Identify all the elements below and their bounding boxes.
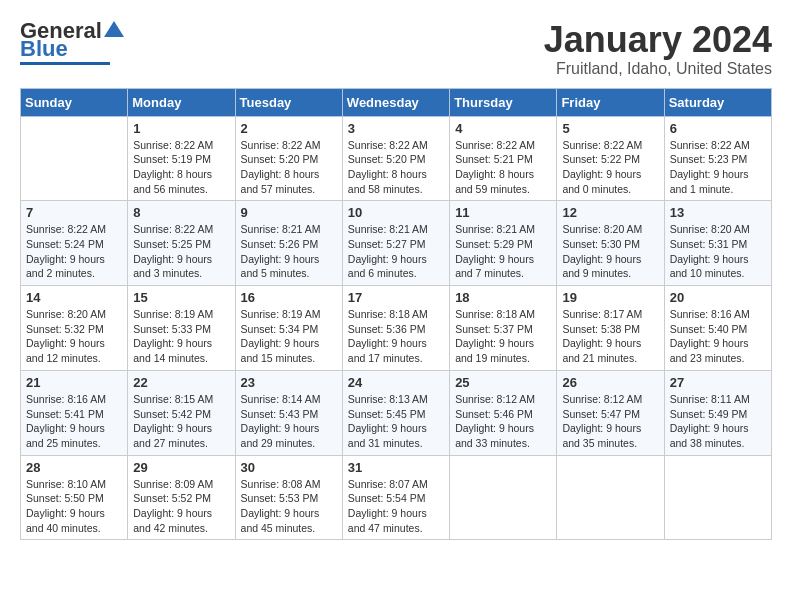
- calendar-cell: [557, 455, 664, 540]
- calendar-cell: 29Sunrise: 8:09 AM Sunset: 5:52 PM Dayli…: [128, 455, 235, 540]
- day-info: Sunrise: 8:22 AM Sunset: 5:22 PM Dayligh…: [562, 138, 658, 197]
- day-info: Sunrise: 8:07 AM Sunset: 5:54 PM Dayligh…: [348, 477, 444, 536]
- calendar-cell: 31Sunrise: 8:07 AM Sunset: 5:54 PM Dayli…: [342, 455, 449, 540]
- day-info: Sunrise: 8:11 AM Sunset: 5:49 PM Dayligh…: [670, 392, 766, 451]
- calendar-subtitle: Fruitland, Idaho, United States: [544, 60, 772, 78]
- week-row-3: 14Sunrise: 8:20 AM Sunset: 5:32 PM Dayli…: [21, 286, 772, 371]
- day-number: 14: [26, 290, 122, 305]
- column-header-monday: Monday: [128, 88, 235, 116]
- day-info: Sunrise: 8:16 AM Sunset: 5:40 PM Dayligh…: [670, 307, 766, 366]
- calendar-cell: [664, 455, 771, 540]
- day-number: 21: [26, 375, 122, 390]
- day-number: 13: [670, 205, 766, 220]
- day-number: 6: [670, 121, 766, 136]
- day-number: 17: [348, 290, 444, 305]
- day-info: Sunrise: 8:21 AM Sunset: 5:26 PM Dayligh…: [241, 222, 337, 281]
- day-number: 31: [348, 460, 444, 475]
- calendar-cell: 1Sunrise: 8:22 AM Sunset: 5:19 PM Daylig…: [128, 116, 235, 201]
- day-number: 29: [133, 460, 229, 475]
- day-number: 3: [348, 121, 444, 136]
- day-number: 15: [133, 290, 229, 305]
- column-header-thursday: Thursday: [450, 88, 557, 116]
- calendar-cell: 26Sunrise: 8:12 AM Sunset: 5:47 PM Dayli…: [557, 370, 664, 455]
- calendar-table: SundayMondayTuesdayWednesdayThursdayFrid…: [20, 88, 772, 541]
- day-number: 20: [670, 290, 766, 305]
- logo: General Blue: [20, 20, 124, 65]
- day-info: Sunrise: 8:13 AM Sunset: 5:45 PM Dayligh…: [348, 392, 444, 451]
- calendar-cell: 4Sunrise: 8:22 AM Sunset: 5:21 PM Daylig…: [450, 116, 557, 201]
- day-info: Sunrise: 8:22 AM Sunset: 5:25 PM Dayligh…: [133, 222, 229, 281]
- day-info: Sunrise: 8:10 AM Sunset: 5:50 PM Dayligh…: [26, 477, 122, 536]
- calendar-cell: 5Sunrise: 8:22 AM Sunset: 5:22 PM Daylig…: [557, 116, 664, 201]
- calendar-cell: 16Sunrise: 8:19 AM Sunset: 5:34 PM Dayli…: [235, 286, 342, 371]
- day-number: 12: [562, 205, 658, 220]
- day-number: 30: [241, 460, 337, 475]
- calendar-cell: 3Sunrise: 8:22 AM Sunset: 5:20 PM Daylig…: [342, 116, 449, 201]
- calendar-cell: 11Sunrise: 8:21 AM Sunset: 5:29 PM Dayli…: [450, 201, 557, 286]
- day-number: 10: [348, 205, 444, 220]
- day-info: Sunrise: 8:18 AM Sunset: 5:36 PM Dayligh…: [348, 307, 444, 366]
- logo-icon: [104, 19, 124, 39]
- calendar-cell: 24Sunrise: 8:13 AM Sunset: 5:45 PM Dayli…: [342, 370, 449, 455]
- day-number: 27: [670, 375, 766, 390]
- day-number: 4: [455, 121, 551, 136]
- calendar-cell: 6Sunrise: 8:22 AM Sunset: 5:23 PM Daylig…: [664, 116, 771, 201]
- day-info: Sunrise: 8:22 AM Sunset: 5:24 PM Dayligh…: [26, 222, 122, 281]
- week-row-1: 1Sunrise: 8:22 AM Sunset: 5:19 PM Daylig…: [21, 116, 772, 201]
- week-row-5: 28Sunrise: 8:10 AM Sunset: 5:50 PM Dayli…: [21, 455, 772, 540]
- calendar-cell: 23Sunrise: 8:14 AM Sunset: 5:43 PM Dayli…: [235, 370, 342, 455]
- day-number: 18: [455, 290, 551, 305]
- calendar-cell: 30Sunrise: 8:08 AM Sunset: 5:53 PM Dayli…: [235, 455, 342, 540]
- day-info: Sunrise: 8:20 AM Sunset: 5:31 PM Dayligh…: [670, 222, 766, 281]
- day-number: 5: [562, 121, 658, 136]
- week-row-2: 7Sunrise: 8:22 AM Sunset: 5:24 PM Daylig…: [21, 201, 772, 286]
- calendar-cell: 19Sunrise: 8:17 AM Sunset: 5:38 PM Dayli…: [557, 286, 664, 371]
- day-info: Sunrise: 8:18 AM Sunset: 5:37 PM Dayligh…: [455, 307, 551, 366]
- column-header-friday: Friday: [557, 88, 664, 116]
- day-number: 2: [241, 121, 337, 136]
- day-info: Sunrise: 8:20 AM Sunset: 5:30 PM Dayligh…: [562, 222, 658, 281]
- day-number: 7: [26, 205, 122, 220]
- calendar-cell: 7Sunrise: 8:22 AM Sunset: 5:24 PM Daylig…: [21, 201, 128, 286]
- day-info: Sunrise: 8:19 AM Sunset: 5:33 PM Dayligh…: [133, 307, 229, 366]
- calendar-cell: 25Sunrise: 8:12 AM Sunset: 5:46 PM Dayli…: [450, 370, 557, 455]
- calendar-cell: 21Sunrise: 8:16 AM Sunset: 5:41 PM Dayli…: [21, 370, 128, 455]
- calendar-cell: 14Sunrise: 8:20 AM Sunset: 5:32 PM Dayli…: [21, 286, 128, 371]
- day-info: Sunrise: 8:09 AM Sunset: 5:52 PM Dayligh…: [133, 477, 229, 536]
- day-number: 8: [133, 205, 229, 220]
- calendar-cell: 27Sunrise: 8:11 AM Sunset: 5:49 PM Dayli…: [664, 370, 771, 455]
- calendar-cell: 2Sunrise: 8:22 AM Sunset: 5:20 PM Daylig…: [235, 116, 342, 201]
- page-header: General Blue January 2024 Fruitland, Ida…: [20, 20, 772, 78]
- day-info: Sunrise: 8:16 AM Sunset: 5:41 PM Dayligh…: [26, 392, 122, 451]
- calendar-cell: 12Sunrise: 8:20 AM Sunset: 5:30 PM Dayli…: [557, 201, 664, 286]
- day-number: 28: [26, 460, 122, 475]
- header-row: SundayMondayTuesdayWednesdayThursdayFrid…: [21, 88, 772, 116]
- title-block: January 2024 Fruitland, Idaho, United St…: [544, 20, 772, 78]
- day-number: 16: [241, 290, 337, 305]
- calendar-title: January 2024: [544, 20, 772, 60]
- day-info: Sunrise: 8:17 AM Sunset: 5:38 PM Dayligh…: [562, 307, 658, 366]
- day-number: 24: [348, 375, 444, 390]
- day-info: Sunrise: 8:12 AM Sunset: 5:47 PM Dayligh…: [562, 392, 658, 451]
- day-number: 25: [455, 375, 551, 390]
- day-info: Sunrise: 8:14 AM Sunset: 5:43 PM Dayligh…: [241, 392, 337, 451]
- logo-divider: [20, 62, 110, 65]
- day-number: 22: [133, 375, 229, 390]
- calendar-cell: [21, 116, 128, 201]
- calendar-cell: 20Sunrise: 8:16 AM Sunset: 5:40 PM Dayli…: [664, 286, 771, 371]
- calendar-cell: 28Sunrise: 8:10 AM Sunset: 5:50 PM Dayli…: [21, 455, 128, 540]
- calendar-cell: 10Sunrise: 8:21 AM Sunset: 5:27 PM Dayli…: [342, 201, 449, 286]
- column-header-sunday: Sunday: [21, 88, 128, 116]
- calendar-cell: 9Sunrise: 8:21 AM Sunset: 5:26 PM Daylig…: [235, 201, 342, 286]
- column-header-saturday: Saturday: [664, 88, 771, 116]
- calendar-cell: 17Sunrise: 8:18 AM Sunset: 5:36 PM Dayli…: [342, 286, 449, 371]
- day-number: 23: [241, 375, 337, 390]
- day-info: Sunrise: 8:22 AM Sunset: 5:19 PM Dayligh…: [133, 138, 229, 197]
- day-info: Sunrise: 8:15 AM Sunset: 5:42 PM Dayligh…: [133, 392, 229, 451]
- column-header-wednesday: Wednesday: [342, 88, 449, 116]
- calendar-cell: 22Sunrise: 8:15 AM Sunset: 5:42 PM Dayli…: [128, 370, 235, 455]
- calendar-cell: [450, 455, 557, 540]
- day-number: 9: [241, 205, 337, 220]
- day-info: Sunrise: 8:22 AM Sunset: 5:20 PM Dayligh…: [241, 138, 337, 197]
- day-info: Sunrise: 8:21 AM Sunset: 5:29 PM Dayligh…: [455, 222, 551, 281]
